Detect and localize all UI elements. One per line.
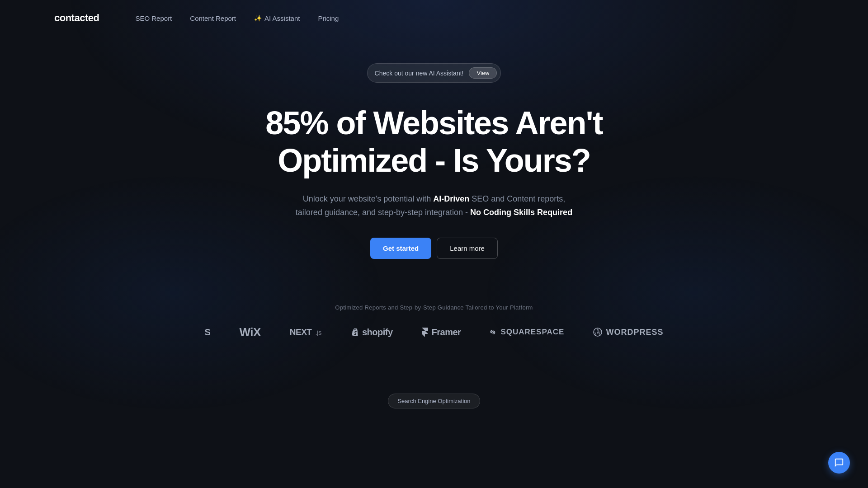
nav-item-ai-assistant[interactable]: ✨ AI Assistant <box>254 14 300 22</box>
framer-icon <box>422 328 428 337</box>
squarespace-icon <box>490 328 497 336</box>
subtitle-highlight: AI-Driven <box>433 194 469 203</box>
platform-logo-nextjs: NEXT.js <box>290 327 321 337</box>
nav-link-ai-assistant[interactable]: ✨ AI Assistant <box>254 14 300 22</box>
navbar: contacted SEO Report Content Report ✨ AI… <box>0 0 868 36</box>
nav-item-seo-report[interactable]: SEO Report <box>135 14 172 22</box>
main-content: Check out our new AI Assistant! View 85%… <box>0 36 868 408</box>
nav-item-pricing[interactable]: Pricing <box>318 14 339 22</box>
logo[interactable]: contacted <box>54 12 99 24</box>
nav-item-content-report[interactable]: Content Report <box>190 14 236 22</box>
platform-logo-webflow: S <box>205 327 211 338</box>
nav-link-pricing[interactable]: Pricing <box>318 14 339 22</box>
platforms-label: Optimized Reports and Step-by-Step Guida… <box>335 304 533 311</box>
subtitle-emphasis: No Coding Skills Required <box>470 208 572 217</box>
chat-support-button[interactable] <box>828 452 850 474</box>
platform-logo-wix: WiX <box>239 325 260 339</box>
platform-logo-wordpress: WordPress <box>593 328 663 337</box>
learn-more-button[interactable]: Learn more <box>437 238 498 259</box>
ai-assistant-label: AI Assistant <box>264 14 300 22</box>
hero-subtitle: Unlock your website's potential with AI-… <box>294 192 574 220</box>
logo-text: contacted <box>54 12 99 24</box>
nav-link-content-report[interactable]: Content Report <box>190 14 236 22</box>
seo-badge: Search Engine Optimization <box>388 394 480 408</box>
hero-title: 85% of Websites Aren'tOptimized - Is You… <box>265 104 602 179</box>
seo-badge-text: Search Engine Optimization <box>397 398 470 404</box>
cta-buttons: Get started Learn more <box>370 238 498 259</box>
announcement-banner: Check out our new AI Assistant! View <box>367 63 501 83</box>
chat-icon <box>834 458 844 468</box>
nav-link-seo-report[interactable]: SEO Report <box>135 14 172 22</box>
announcement-view-button[interactable]: View <box>469 67 497 79</box>
get-started-button[interactable]: Get started <box>370 238 431 259</box>
platform-logo-framer: Framer <box>422 327 461 338</box>
platform-logo-shopify: shopify <box>350 327 393 338</box>
shopify-icon <box>350 328 359 337</box>
wordpress-icon <box>593 328 602 337</box>
platforms-row: S WiX NEXT.js shopify <box>0 325 868 339</box>
ai-sparkle-icon: ✨ <box>254 14 262 22</box>
subtitle-prefix: Unlock your website's potential with <box>303 194 434 203</box>
platforms-section: Optimized Reports and Step-by-Step Guida… <box>0 304 868 339</box>
platform-logo-squarespace: SQUARESPACE <box>490 328 564 337</box>
announcement-text: Check out our new AI Assistant! <box>375 70 464 77</box>
nav-links: SEO Report Content Report ✨ AI Assistant… <box>135 14 339 22</box>
